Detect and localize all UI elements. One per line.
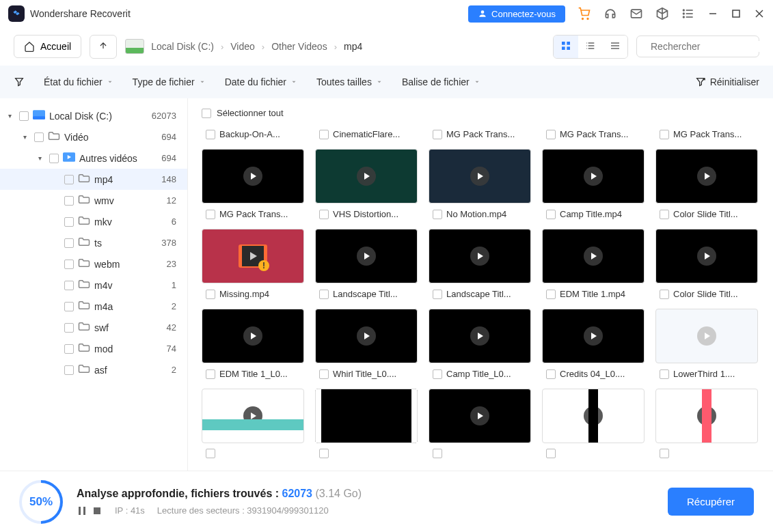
filter-state[interactable]: État du fichier (44, 76, 113, 87)
file-checkbox[interactable] (660, 130, 669, 139)
file-checkbox[interactable] (546, 210, 556, 219)
file-item[interactable]: Color Slide Titl... (655, 229, 758, 305)
close-button[interactable] (754, 8, 765, 19)
file-thumbnail[interactable] (315, 389, 418, 443)
filter-reset[interactable]: Réinitialiser (695, 76, 759, 87)
file-thumbnail[interactable] (542, 389, 645, 443)
file-item[interactable]: Whirl Title_L0.... (315, 309, 418, 384)
file-checkbox[interactable] (206, 210, 215, 219)
file-checkbox[interactable] (319, 130, 329, 139)
file-item[interactable] (202, 389, 304, 464)
file-checkbox[interactable] (433, 290, 442, 299)
file-item[interactable]: Backup-On-A... (202, 124, 304, 145)
file-checkbox[interactable] (546, 130, 556, 139)
tree-checkbox[interactable] (64, 344, 74, 354)
file-checkbox[interactable] (206, 290, 215, 299)
file-item[interactable]: Camp Title_L0... (429, 309, 531, 384)
file-checkbox[interactable] (319, 449, 329, 458)
stop-button[interactable] (92, 505, 103, 516)
search-input[interactable] (651, 41, 770, 52)
file-thumbnail[interactable] (655, 229, 758, 283)
tree-item-mod[interactable]: mod74 (0, 338, 187, 359)
tree-checkbox[interactable] (34, 132, 44, 142)
filter-tag[interactable]: Balise de fichier (402, 76, 480, 87)
tree-item-m4v[interactable]: m4v1 (0, 275, 187, 296)
file-thumbnail[interactable] (315, 309, 418, 363)
file-thumbnail[interactable] (429, 389, 531, 443)
headset-icon[interactable] (604, 7, 617, 20)
file-item[interactable] (655, 389, 758, 464)
tree-toggle-icon[interactable]: ▾ (8, 112, 15, 120)
file-thumbnail[interactable] (429, 229, 531, 283)
tree-item-autresvidos[interactable]: ▾Autres vidéos694 (0, 148, 187, 169)
file-item[interactable]: CinematicFlare... (315, 124, 418, 145)
file-item[interactable]: EDM Title 1.mp4 (542, 229, 645, 305)
tree-item-webm[interactable]: webm23 (0, 253, 187, 275)
select-all-checkbox[interactable] (202, 109, 211, 118)
file-checkbox[interactable] (660, 449, 669, 458)
tree-checkbox[interactable] (64, 217, 74, 227)
filter-date[interactable]: Date du fichier (225, 76, 297, 87)
file-checkbox[interactable] (319, 290, 329, 299)
tree-checkbox[interactable] (64, 281, 74, 290)
tree-checkbox[interactable] (64, 196, 74, 206)
file-checkbox[interactable] (660, 290, 669, 299)
file-item[interactable]: No Motion.mp4 (429, 149, 531, 225)
breadcrumb-item[interactable]: Video (230, 41, 255, 52)
file-checkbox[interactable] (433, 369, 442, 379)
file-thumbnail[interactable] (202, 389, 304, 443)
file-thumbnail[interactable] (542, 309, 645, 363)
file-item[interactable]: !Missing.mp4 (202, 229, 304, 305)
file-item[interactable]: MG Pack Trans... (429, 124, 531, 145)
tree-item-vido[interactable]: ▾Vidéo694 (0, 126, 187, 148)
file-checkbox[interactable] (433, 210, 442, 219)
file-thumbnail[interactable] (202, 149, 304, 204)
tree-checkbox[interactable] (64, 302, 74, 311)
filter-icon[interactable] (14, 76, 25, 87)
tree-checkbox[interactable] (64, 365, 74, 375)
file-item[interactable]: LowerThird 1.... (655, 309, 758, 384)
file-item[interactable]: Color Slide Titl... (655, 149, 758, 225)
tree-checkbox[interactable] (64, 260, 74, 269)
file-item[interactable]: MG Pack Trans... (655, 124, 758, 145)
tree-item-wmv[interactable]: wmv12 (0, 190, 187, 211)
tree-item-swf[interactable]: swf42 (0, 317, 187, 338)
file-thumbnail[interactable] (315, 149, 418, 204)
file-checkbox[interactable] (660, 369, 669, 379)
file-checkbox[interactable] (206, 369, 215, 379)
file-thumbnail[interactable] (429, 309, 531, 363)
tree-checkbox[interactable] (49, 154, 59, 163)
file-item[interactable]: Camp Title.mp4 (542, 149, 645, 225)
file-checkbox[interactable] (546, 369, 556, 379)
file-thumbnail[interactable]: ! (202, 229, 304, 283)
cube-icon[interactable] (655, 7, 669, 20)
tree-item-localdiskc[interactable]: ▾Local Disk (C:)62073 (0, 105, 187, 126)
tree-checkbox[interactable] (19, 111, 29, 121)
connect-button[interactable]: Connectez-vous (468, 5, 565, 23)
file-checkbox[interactable] (660, 210, 669, 219)
filter-size[interactable]: Toutes tailles (316, 76, 383, 87)
search-box[interactable] (636, 36, 759, 57)
breadcrumb-item[interactable]: Local Disk (C:) (151, 41, 214, 52)
tree-toggle-icon[interactable]: ▾ (23, 133, 30, 141)
tree-checkbox[interactable] (64, 323, 74, 333)
file-checkbox[interactable] (546, 290, 556, 299)
recover-button[interactable]: Récupérer (668, 488, 754, 516)
file-checkbox[interactable] (206, 130, 215, 139)
file-item[interactable] (315, 389, 418, 464)
file-item[interactable] (429, 389, 531, 464)
cart-icon[interactable] (578, 7, 591, 20)
mail-icon[interactable] (629, 7, 643, 20)
list-icon[interactable] (681, 7, 695, 20)
file-item[interactable]: MG Pack Trans... (202, 149, 304, 225)
tree-checkbox[interactable] (64, 238, 74, 248)
file-thumbnail[interactable] (542, 229, 645, 283)
file-checkbox[interactable] (433, 130, 442, 139)
minimize-button[interactable] (707, 8, 718, 19)
file-item[interactable]: Landscape Titl... (315, 229, 418, 305)
file-item[interactable]: VHS Distortion... (315, 149, 418, 225)
home-button[interactable]: Accueil (14, 35, 81, 58)
filter-type[interactable]: Type de fichier (133, 76, 206, 87)
file-thumbnail[interactable] (202, 309, 304, 363)
file-checkbox[interactable] (319, 369, 329, 379)
